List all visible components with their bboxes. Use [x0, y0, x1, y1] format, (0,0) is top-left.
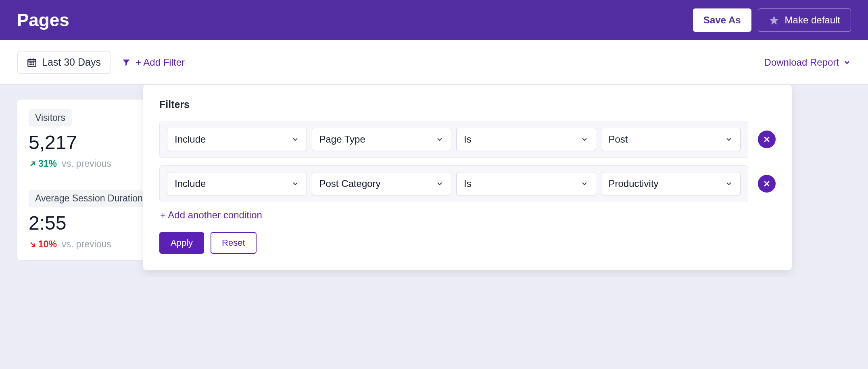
arrow-up-icon: [29, 160, 37, 168]
add-filter-button[interactable]: + Add Filter: [122, 57, 185, 68]
close-icon: [763, 180, 771, 188]
chevron-down-icon: [580, 180, 588, 188]
filter-op-value: Is: [464, 134, 472, 145]
filter-mode-value: Include: [175, 178, 206, 189]
download-report-label: Download Report: [764, 57, 839, 68]
chevron-down-icon: [436, 135, 444, 143]
filter-field-select[interactable]: Post Category: [312, 172, 452, 195]
change-down: 10%: [29, 239, 57, 250]
calendar-icon: [27, 57, 37, 68]
apply-button[interactable]: Apply: [159, 232, 204, 254]
chevron-down-icon: [436, 180, 444, 188]
close-icon: [763, 135, 771, 143]
compare-label: vs. previous: [62, 239, 111, 250]
date-range-picker[interactable]: Last 30 Days: [17, 51, 111, 74]
chevron-down-icon: [725, 135, 733, 143]
svg-point-4: [30, 62, 30, 63]
chevron-down-icon: [580, 135, 588, 143]
popover-actions: Apply Reset: [159, 232, 776, 254]
change-pct: 10%: [38, 239, 57, 250]
filter-mode-select[interactable]: Include: [167, 128, 307, 151]
svg-point-6: [33, 62, 34, 63]
filter-op-select[interactable]: Is: [456, 128, 596, 151]
chevron-down-icon: [291, 180, 299, 188]
svg-point-5: [31, 62, 32, 63]
svg-line-11: [31, 243, 35, 247]
add-filter-label: + Add Filter: [136, 57, 185, 68]
filter-field-value: Page Type: [319, 134, 365, 145]
svg-point-8: [31, 64, 32, 64]
filter-mode-select[interactable]: Include: [167, 172, 307, 195]
download-report-button[interactable]: Download Report: [764, 57, 851, 68]
filter-conditions: Include Page Type Is Post: [159, 121, 748, 158]
filter-field-value: Post Category: [319, 178, 381, 189]
filters-title: Filters: [159, 99, 776, 110]
header-actions: Save As Make default: [693, 8, 851, 32]
filter-conditions: Include Post Category Is Productivity: [159, 165, 748, 202]
filter-row: Include Post Category Is Productivity: [159, 165, 776, 202]
reset-button[interactable]: Reset: [211, 232, 256, 254]
filter-value-select[interactable]: Productivity: [601, 172, 741, 195]
add-condition-button[interactable]: + Add another condition: [160, 209, 776, 221]
toolbar: Last 30 Days + Add Filter Download Repor…: [0, 40, 868, 85]
svg-point-7: [30, 64, 30, 64]
make-default-button[interactable]: Make default: [758, 8, 851, 32]
filter-op-value: Is: [464, 178, 472, 189]
filter-value-select[interactable]: Post: [601, 128, 741, 151]
change-pct: 31%: [38, 158, 57, 169]
metric-label: Visitors: [29, 109, 72, 126]
filter-value-value: Productivity: [609, 178, 659, 189]
filter-mode-value: Include: [175, 134, 206, 145]
filter-value-value: Post: [609, 134, 628, 145]
filter-op-select[interactable]: Is: [456, 172, 596, 195]
filter-field-select[interactable]: Page Type: [312, 128, 452, 151]
chevron-down-icon: [725, 180, 733, 188]
filter-row: Include Page Type Is Post: [159, 121, 776, 158]
compare-label: vs. previous: [62, 158, 111, 169]
date-range-label: Last 30 Days: [42, 56, 101, 68]
make-default-label: Make default: [785, 15, 840, 26]
remove-filter-button[interactable]: [758, 131, 776, 148]
filters-popover: Filters Include Page Type Is Post: [143, 85, 792, 270]
toolbar-left: Last 30 Days + Add Filter: [17, 51, 185, 74]
content-area: Visitors 5,217 31% vs. previous Average …: [0, 85, 868, 277]
change-up: 31%: [29, 158, 57, 169]
funnel-icon: [122, 58, 131, 67]
svg-point-9: [33, 64, 34, 64]
chevron-down-icon: [291, 135, 299, 143]
page-title: Pages: [17, 10, 69, 30]
star-icon: [769, 15, 779, 25]
save-as-button[interactable]: Save As: [693, 8, 751, 32]
svg-line-10: [31, 162, 35, 166]
arrow-down-icon: [29, 240, 37, 249]
header-bar: Pages Save As Make default: [0, 0, 868, 40]
remove-filter-button[interactable]: [758, 175, 776, 193]
metric-label: Average Session Duration: [29, 190, 149, 207]
chevron-down-icon: [843, 58, 851, 66]
